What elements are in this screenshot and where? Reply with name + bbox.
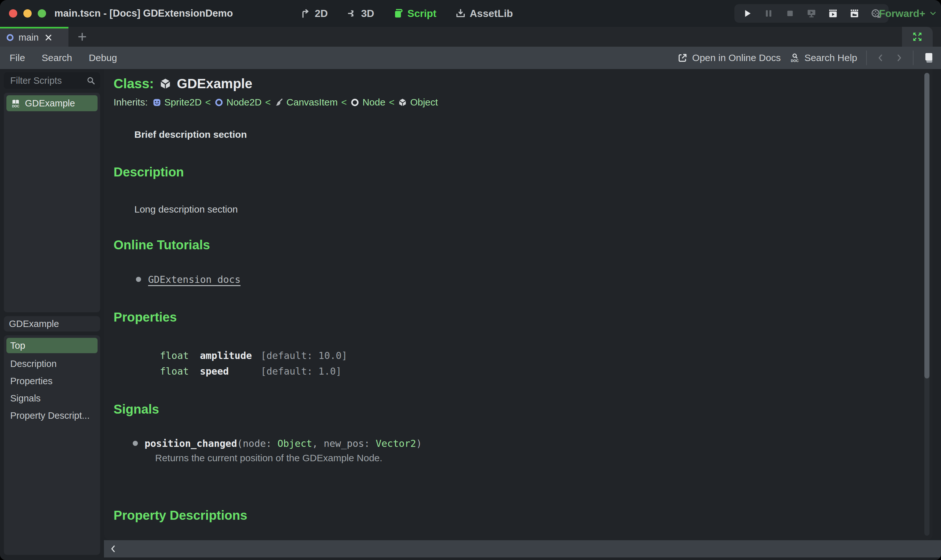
history-back-icon[interactable] [876, 53, 885, 63]
tab-bar-corner [902, 27, 933, 47]
search-help-button[interactable]: DOC Search Help [790, 52, 857, 63]
menu-search[interactable]: Search [42, 52, 72, 63]
inherits-link-node[interactable]: Node [363, 97, 386, 108]
signal-param-type-link[interactable]: Object [277, 438, 312, 449]
property-row: float speed [default: 1.0] [160, 363, 933, 379]
script-menubar: File Search Debug Open in Online Docs DO… [0, 47, 941, 69]
workspace-script-icon [393, 8, 404, 19]
play-scene-button[interactable] [806, 8, 817, 19]
class-name: GDExample [177, 76, 252, 91]
play-current-scene-button[interactable] [827, 8, 839, 19]
member-item-properties[interactable]: Properties [6, 372, 97, 390]
inherits-link-sprite2d[interactable]: Sprite2D [164, 97, 202, 108]
renderer-selector[interactable]: Forward+ [879, 0, 937, 27]
svg-text:DOC: DOC [12, 105, 20, 108]
signal-punct: ( [237, 438, 243, 449]
property-type[interactable]: float [160, 363, 200, 379]
heading-property-descriptions: Property Descriptions [114, 508, 933, 524]
stop-button[interactable] [784, 8, 796, 19]
signal-name: position_changed [145, 438, 237, 449]
close-tab-icon[interactable] [44, 33, 53, 42]
workspace-3d-button[interactable]: 3D [346, 8, 374, 20]
object-icon [159, 77, 172, 90]
script-item-gdexample[interactable]: DOC GDExample [6, 95, 97, 111]
inherits-separator: < [389, 97, 395, 108]
workspace-2d-label: 2D [315, 8, 328, 20]
doc-scrollbar[interactable] [924, 73, 930, 536]
signal-param-type-link[interactable]: Vector2 [375, 438, 416, 449]
workspace-2d-icon [300, 8, 311, 19]
distraction-free-icon[interactable] [912, 31, 923, 42]
class-doc-panel: Class: GDExample Inherits: Sprite2D < No… [104, 69, 933, 540]
inherits-separator: < [205, 97, 211, 108]
inherits-separator: < [265, 97, 271, 108]
heading-online-tutorials: Online Tutorials [114, 238, 933, 254]
external-link-icon [677, 53, 688, 63]
signal-text: position_changed(node: Object, new_pos: … [145, 438, 422, 449]
signal-param-label: node: [243, 438, 277, 449]
scene-tab-main[interactable]: main [0, 27, 68, 47]
doc-book-icon: DOC [11, 98, 21, 108]
doc-scrollbar-thumb[interactable] [924, 73, 930, 378]
playback-controls [734, 4, 889, 23]
workspace-2d-button[interactable]: 2D [300, 8, 328, 20]
play-button[interactable] [741, 8, 753, 19]
plus-icon [77, 32, 87, 42]
node-icon [350, 98, 359, 107]
member-item-property-descriptions[interactable]: Property Descript... [6, 407, 97, 424]
properties-table: float amplitude [default: 10.0] float sp… [160, 348, 933, 379]
filter-scripts-input[interactable] [9, 75, 86, 86]
property-name[interactable]: speed [200, 363, 261, 379]
inherits-link-node2d[interactable]: Node2D [227, 97, 262, 108]
editor-bottom-bar [104, 540, 941, 557]
search-help-label: Search Help [804, 52, 857, 63]
add-scene-tab-button[interactable] [68, 27, 96, 47]
scripts-list: DOC GDExample [4, 93, 100, 312]
property-name[interactable]: amplitude [200, 348, 261, 363]
separator [913, 51, 913, 65]
toggle-scripts-panel-icon[interactable] [108, 544, 118, 554]
history-forward-icon[interactable] [894, 53, 904, 63]
member-item-signals[interactable]: Signals [6, 390, 97, 407]
open-online-docs-button[interactable]: Open in Online Docs [677, 52, 781, 63]
play-custom-scene-button[interactable] [848, 8, 860, 19]
inherits-link-object[interactable]: Object [410, 97, 438, 108]
filter-scripts-box [4, 72, 100, 89]
separator [866, 51, 867, 65]
workspace-assetlib-label: AssetLib [470, 8, 513, 20]
window-title: main.tscn - [Docs] GDExtensionDemo [54, 0, 233, 27]
property-type[interactable]: float [160, 348, 200, 363]
zoom-window-button[interactable] [38, 9, 46, 18]
play-scene-icon [806, 8, 817, 19]
minimize-window-button[interactable] [23, 9, 32, 18]
heading-signals: Signals [114, 402, 933, 418]
stop-icon [785, 8, 796, 19]
chevron-down-icon [929, 9, 937, 17]
play-icon [742, 8, 753, 19]
pause-button[interactable] [763, 8, 774, 19]
member-item-description[interactable]: Description [6, 355, 97, 372]
tutorial-link[interactable]: GDExtension docs [148, 274, 241, 285]
search-icon [86, 76, 96, 85]
workspace-assetlib-icon [455, 8, 466, 19]
menu-file[interactable]: File [9, 52, 25, 63]
close-window-button[interactable] [9, 9, 17, 18]
class-label: Class: [114, 76, 154, 91]
play-current-scene-icon [827, 8, 838, 19]
toggle-panel-icon[interactable] [922, 51, 935, 64]
workspace-assetlib-button[interactable]: AssetLib [455, 8, 513, 20]
workspace-script-button[interactable]: Script [393, 8, 437, 20]
object-icon [398, 98, 407, 107]
inherits-link-canvasitem[interactable]: CanvasItem [287, 97, 338, 108]
member-item-top[interactable]: Top [6, 338, 97, 353]
titlebar: main.tscn - [Docs] GDExtensionDemo 2D 3D… [0, 0, 941, 27]
signal-punct: , [312, 438, 324, 449]
property-default: [default: 1.0] [261, 363, 933, 379]
signal-signature: position_changed(node: Object, new_pos: … [133, 437, 933, 450]
renderer-label: Forward+ [879, 8, 925, 20]
property-row: float amplitude [default: 10.0] [160, 348, 933, 363]
open-online-docs-label: Open in Online Docs [692, 52, 781, 63]
search-help-icon: DOC [790, 53, 800, 63]
menu-debug[interactable]: Debug [89, 52, 117, 63]
scripts-sidebar: DOC GDExample GDExample Top Description … [0, 69, 104, 560]
